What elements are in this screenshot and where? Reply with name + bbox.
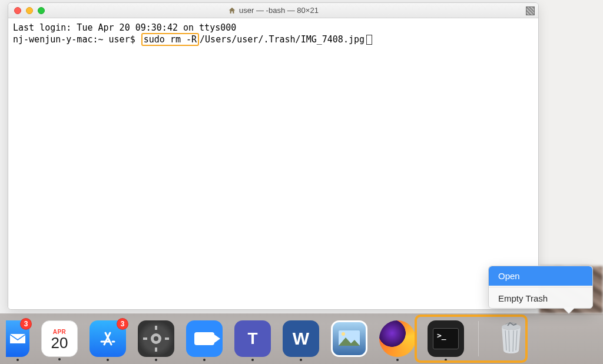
home-icon bbox=[228, 6, 236, 15]
svg-rect-9 bbox=[155, 348, 157, 352]
dock-running-dot bbox=[16, 359, 19, 361]
dock-running-dot bbox=[445, 359, 447, 361]
window-title: user — -bash — 80×21 bbox=[239, 6, 319, 15]
menu-item-open[interactable]: Open bbox=[489, 266, 592, 286]
window-controls bbox=[8, 7, 45, 14]
appstore-badge: 3 bbox=[117, 318, 128, 330]
dock-app-word[interactable]: W bbox=[283, 320, 319, 357]
terminal-window[interactable]: user — -bash — 80×21 Last login: Tue Apr… bbox=[8, 2, 539, 310]
terminal-line-1: Last login: Tue Apr 20 09:30:42 on ttys0… bbox=[13, 22, 236, 33]
calendar-day: 20 bbox=[42, 335, 77, 350]
dock-running-dot bbox=[396, 359, 399, 361]
dock-app-system-preferences[interactable] bbox=[138, 320, 174, 357]
dock-app-appstore[interactable]: 3 bbox=[90, 320, 126, 357]
menu-item-empty-trash[interactable]: Empty Trash bbox=[489, 289, 592, 308]
dock-app-preview[interactable] bbox=[331, 320, 367, 357]
svg-point-7 bbox=[154, 336, 158, 341]
terminal-cursor bbox=[366, 35, 372, 45]
terminal-highlighted-command: sudo rm -R bbox=[141, 33, 199, 46]
window-close-button[interactable] bbox=[14, 7, 21, 14]
svg-rect-11 bbox=[165, 337, 169, 340]
terminal-icon: >_ bbox=[433, 328, 459, 349]
teams-icon: T bbox=[247, 329, 257, 348]
dock-app-calendar[interactable]: APR 20 bbox=[41, 320, 78, 357]
svg-rect-8 bbox=[155, 326, 157, 330]
terminal-prompt: nj-wenjun-y-mac:~ user$ bbox=[13, 34, 141, 45]
dock-app-firefox[interactable] bbox=[379, 320, 416, 357]
dock-running-dot bbox=[107, 359, 109, 361]
dock-running-dot bbox=[251, 359, 254, 361]
svg-point-13 bbox=[342, 332, 345, 336]
dock-trash[interactable] bbox=[493, 320, 529, 357]
trash-icon bbox=[497, 322, 525, 355]
terminal-command-rest: /Users/user/.Trash/IMG_7408.jpg bbox=[200, 34, 365, 45]
dock-running-dot bbox=[300, 359, 302, 361]
dock-app-teams[interactable]: T bbox=[234, 320, 271, 357]
mail-badge: 3 bbox=[20, 318, 32, 330]
dock-separator bbox=[478, 321, 479, 356]
dock-app-terminal[interactable]: >_ bbox=[428, 320, 464, 357]
menu-separator bbox=[489, 287, 592, 287]
window-minimize-button[interactable] bbox=[26, 7, 33, 14]
window-titlebar[interactable]: user — -bash — 80×21 bbox=[8, 3, 538, 18]
dock-running-dot bbox=[155, 359, 157, 361]
dock-app-mail[interactable]: 3 bbox=[6, 320, 29, 357]
terminal-body[interactable]: Last login: Tue Apr 20 09:30:42 on ttys0… bbox=[8, 18, 538, 309]
window-zoom-button[interactable] bbox=[38, 7, 45, 14]
word-icon: W bbox=[293, 329, 309, 349]
zoom-icon bbox=[194, 332, 214, 345]
dock-running-dot bbox=[203, 359, 206, 361]
dock-running-dot bbox=[58, 358, 61, 360]
svg-rect-10 bbox=[143, 337, 147, 340]
trash-context-menu: Open Empty Trash bbox=[488, 266, 593, 309]
scroll-indicator[interactable] bbox=[526, 6, 535, 15]
dock: 3 APR 20 3 bbox=[0, 313, 603, 364]
svg-point-14 bbox=[502, 324, 521, 330]
dock-app-zoom[interactable] bbox=[186, 320, 223, 357]
